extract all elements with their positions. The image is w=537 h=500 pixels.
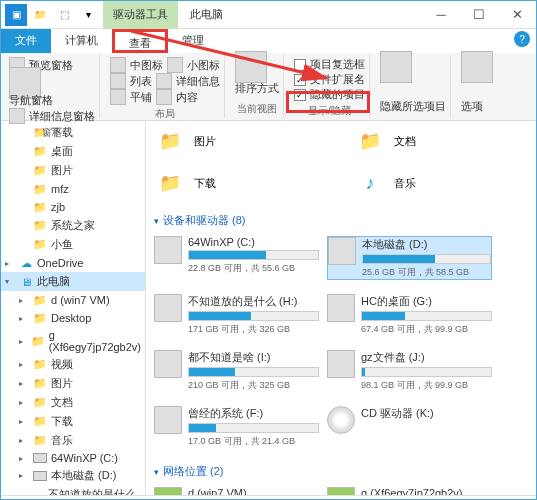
folder-item[interactable]: ♪音乐 (354, 167, 514, 199)
tab-manage[interactable]: 管理 (168, 29, 218, 53)
sidebar-item-label: 图片 (51, 163, 73, 178)
tiles-button[interactable]: 平铺 (130, 90, 152, 105)
chevron-icon: ▸ (19, 337, 27, 346)
ribbon-hide-group: 隐藏所选项目 (376, 55, 451, 118)
drive-item[interactable]: CD 驱动器 (K:) (327, 406, 492, 448)
qat-dropdown[interactable]: ▾ (77, 4, 99, 26)
folder-icon: 📁 (31, 334, 45, 348)
chevron-icon: ▸ (19, 454, 29, 463)
drive-name: 不知道放的是什么 (H:) (188, 294, 319, 309)
item-checkboxes-checkbox[interactable] (294, 59, 306, 71)
folder-label: 文档 (394, 134, 416, 149)
small-icons-button[interactable]: 小图标 (187, 58, 220, 73)
details-button[interactable]: 详细信息 (176, 74, 220, 89)
drive-item[interactable]: 64WinXP (C:)22.8 GB 可用，共 55.6 GB (154, 236, 319, 280)
pc-icon: 🖥 (19, 275, 33, 289)
main-view: 📁图片📁文档📁下载♪音乐 设备和驱动器 (8) 64WinXP (C:)22.8… (146, 121, 536, 495)
folder-item[interactable]: 📁图片 (154, 125, 314, 157)
tab-file[interactable]: 文件 (1, 29, 51, 53)
sidebar-item[interactable]: 📁zjb (1, 198, 145, 216)
drive-item[interactable]: 都不知道是啥 (I:)210 GB 可用，共 325 GB (154, 350, 319, 392)
drive-bar (361, 367, 492, 377)
tab-view[interactable]: 查看 (112, 29, 168, 53)
folder-icon: 📁 (33, 238, 47, 252)
section-network[interactable]: 网络位置 (2) (154, 460, 528, 483)
content-button[interactable]: 内容 (176, 90, 198, 105)
folder-icon: 📁 (33, 200, 47, 214)
sidebar-item[interactable]: ▸📁下载 (1, 412, 145, 431)
sidebar-item[interactable]: ▸📁文档 (1, 393, 145, 412)
file-ext-checkbox[interactable]: ✓ (294, 74, 306, 86)
sidebar-item-label: d (win7 VM) (51, 294, 110, 306)
options-button[interactable]: 选项 (461, 99, 483, 114)
sidebar-item[interactable]: ▸📁Desktop (1, 309, 145, 327)
nav-sidebar: 📁下载📁桌面📁图片📁mfz📁zjb📁系统之家📁小鱼▸☁OneDrive▾🖥此电脑… (1, 121, 146, 495)
drive-item[interactable]: HC的桌面 (G:)67.4 GB 可用，共 99.9 GB (327, 294, 492, 336)
maximize-button[interactable]: ☐ (460, 1, 498, 29)
window-controls: ─ ☐ ✕ (422, 1, 536, 29)
folder-icon: 📁 (154, 167, 186, 199)
drive-text: 22.8 GB 可用，共 55.6 GB (188, 262, 319, 275)
ribbon: 预览窗格 导航窗格 详细信息窗格 窗格 中图标小图标 列表详细信息 平铺内容 布… (1, 53, 536, 121)
sidebar-item-label: 系统之家 (51, 218, 95, 233)
drive-item[interactable]: gz文件盘 (J:)98.1 GB 可用，共 99.9 GB (327, 350, 492, 392)
contextual-tab[interactable]: 驱动器工具 (103, 1, 178, 29)
sidebar-item-label: 本地磁盘 (D:) (51, 468, 116, 483)
sidebar-item-label: 图片 (51, 376, 73, 391)
sidebar-item-label: 下载 (51, 414, 73, 429)
sidebar-item-label: 此电脑 (37, 274, 70, 289)
sidebar-item[interactable]: ▸☁OneDrive (1, 254, 145, 272)
sidebar-item[interactable]: ▸📁视频 (1, 355, 145, 374)
close-button[interactable]: ✕ (498, 1, 536, 29)
properties-icon[interactable]: ⬚ (53, 4, 75, 26)
sidebar-item[interactable]: ▸不知道放的是什么 (H:) (1, 485, 145, 495)
network-item[interactable]: d (win7 VM) (154, 487, 319, 495)
sort-button[interactable]: 排序方式 (235, 81, 279, 96)
drive-icon (33, 453, 47, 463)
network-name: d (win7 VM) (188, 487, 319, 495)
sidebar-item[interactable]: ▸本地磁盘 (D:) (1, 466, 145, 485)
sidebar-item[interactable]: ▸📁d (win7 VM) (1, 291, 145, 309)
sidebar-item[interactable]: 📁图片 (1, 161, 145, 180)
panes-group-label: 窗格 (9, 126, 95, 140)
sidebar-item[interactable]: 📁系统之家 (1, 216, 145, 235)
drive-bar (188, 367, 319, 377)
folder-icon: 📁 (33, 164, 47, 178)
list-button[interactable]: 列表 (130, 74, 152, 89)
sidebar-item[interactable]: ▸📁图片 (1, 374, 145, 393)
medium-icons-button[interactable]: 中图标 (130, 58, 163, 73)
item-checkboxes-label: 项目复选框 (310, 57, 365, 72)
help-icon[interactable]: ? (514, 31, 530, 47)
minimize-button[interactable]: ─ (422, 1, 460, 29)
drive-item[interactable]: 不知道放的是什么 (H:)171 GB 可用，共 326 GB (154, 294, 319, 336)
details-pane-button[interactable]: 详细信息窗格 (29, 109, 95, 124)
drive-text: 67.4 GB 可用，共 99.9 GB (361, 323, 492, 336)
hidden-items-checkbox[interactable]: ✓ (294, 89, 306, 101)
drive-bar (188, 423, 319, 433)
sidebar-item[interactable]: 📁mfz (1, 180, 145, 198)
nav-pane-button[interactable]: 导航窗格 (9, 93, 53, 108)
folder-item[interactable]: 📁文档 (354, 125, 514, 157)
hide-button[interactable]: 隐藏所选项目 (380, 99, 446, 114)
sidebar-item[interactable]: ▸📁音乐 (1, 431, 145, 450)
sidebar-item[interactable]: 📁小鱼 (1, 235, 145, 254)
folder-item[interactable]: 📁下载 (154, 167, 314, 199)
drive-icon (154, 350, 182, 378)
sidebar-item[interactable]: 📁桌面 (1, 142, 145, 161)
content-icon (156, 89, 172, 105)
sidebar-item[interactable]: ▸📁g (Xf6egy7jp72gb2v) (1, 327, 145, 355)
chevron-icon: ▸ (19, 436, 29, 445)
cloud-icon: ☁ (19, 256, 33, 270)
drive-item[interactable]: 本地磁盘 (D:)25.6 GB 可用，共 58.5 GB (327, 236, 492, 280)
section-drives[interactable]: 设备和驱动器 (8) (154, 209, 528, 232)
tab-computer[interactable]: 计算机 (51, 29, 112, 53)
sidebar-item-label: zjb (51, 201, 65, 213)
folder-icon[interactable]: 📁 (29, 4, 51, 26)
network-item[interactable]: g (Xf6egy7jp72gb2v) (327, 487, 492, 495)
sidebar-item-label: 文档 (51, 395, 73, 410)
chevron-icon: ▸ (19, 296, 29, 305)
sidebar-item-label: 视频 (51, 357, 73, 372)
sidebar-item[interactable]: ▸64WinXP (C:) (1, 450, 145, 466)
drive-item[interactable]: 曾经的系统 (F:)17.0 GB 可用，共 21.4 GB (154, 406, 319, 448)
sidebar-item[interactable]: ▾🖥此电脑 (1, 272, 145, 291)
